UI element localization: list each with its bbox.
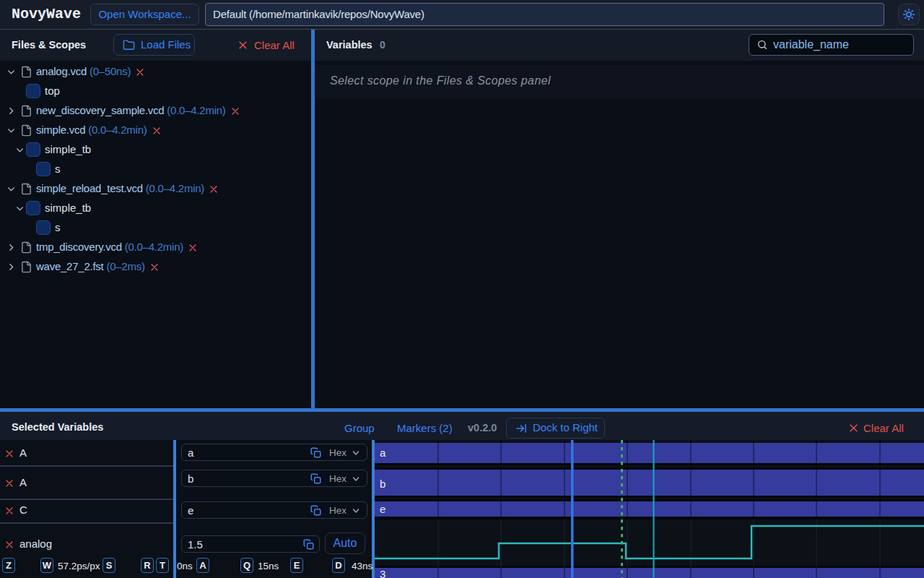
svg-text:b: b	[380, 478, 385, 490]
svg-text:a: a	[380, 447, 386, 459]
svg-text:e: e	[380, 503, 385, 515]
svg-text:3: 3	[380, 568, 385, 578]
